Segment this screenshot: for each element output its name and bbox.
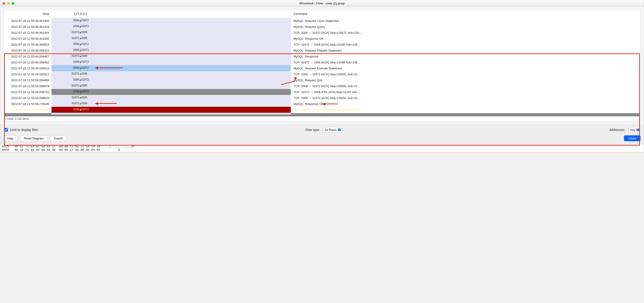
port-right: 3306 xyxy=(81,84,87,87)
flow-row[interactable]: 2022-07-18 11:55:48.441444319723306TCP: … xyxy=(4,30,640,36)
port-left: 3306 xyxy=(73,48,79,52)
flow-row[interactable]: 2022-07-18 11:55:59.058679319723306TCP: … xyxy=(4,83,640,89)
limit-filter-control[interactable]: Limit to display filter xyxy=(4,127,38,132)
row-ports: 330631972 xyxy=(52,77,291,83)
port-left: 31972 xyxy=(72,31,79,34)
port-left: 31972 xyxy=(72,37,79,40)
row-comment: MySQL: Request Prepare Statement xyxy=(291,49,640,52)
limit-filter-checkbox[interactable] xyxy=(4,128,8,132)
port-right: 3306 xyxy=(81,54,87,58)
flow-row[interactable]: 2022-07-18 11:55:59.058701330631972TCP: … xyxy=(4,89,640,95)
port-right: 31972 xyxy=(81,43,89,46)
row-comment: MySQL: Response OK xyxy=(291,102,640,106)
row-comment: MySQL: Request Quit xyxy=(291,79,640,82)
row-comment: TCP: 31972 → 3306 [ACK] Seq=21098 Ack=13… xyxy=(291,61,640,64)
direction-arrow-icon xyxy=(79,67,81,69)
flow-row[interactable]: 2022-07-18 11:55:49.097621319723306TCP: … xyxy=(4,71,640,77)
flow-row[interactable]: 2022-07-18 11:55:59.058669330631972MySQL… xyxy=(4,77,640,83)
port-left: 3306 xyxy=(73,90,79,93)
flow-row[interactable]: 2022-07-18 11:55:48.480616330631972TCP: … xyxy=(4,42,640,48)
column-headers: Time 127.0.0.1 Comment xyxy=(4,10,640,18)
row-ports: 330631972 xyxy=(52,42,291,48)
header-time: Time xyxy=(4,12,52,16)
port-left: 31972 xyxy=(72,72,79,75)
port-left: 31972 xyxy=(72,84,79,87)
port-left: 3306 xyxy=(73,43,79,46)
minimize-window-icon[interactable] xyxy=(7,2,10,5)
row-ports: 330631972 xyxy=(52,107,291,113)
port-right: 31972 xyxy=(81,108,89,111)
limit-filter-label: Limit to display filter xyxy=(10,128,38,132)
flow-diagram-panel: Time 127.0.0.1 Comment 2022-07-18 11:55:… xyxy=(4,10,640,121)
port-left: 3306 xyxy=(73,66,79,69)
row-ports: 319723306 xyxy=(52,101,291,107)
button-row: Help Reset Diagram Export Close xyxy=(0,135,644,144)
direction-arrow-icon xyxy=(79,97,81,99)
row-time: 2022-07-18 11:55:49.058467 xyxy=(4,55,52,58)
port-right: 31972 xyxy=(81,90,89,93)
direction-arrow-icon xyxy=(79,32,81,34)
direction-arrow-icon xyxy=(79,91,81,93)
flow-type-label: Flow type: xyxy=(305,128,320,132)
flow-type-select[interactable]: All Flows xyxy=(323,127,342,133)
flow-row[interactable]: 2022-07-18 11:55:49.058467319723306MySQL… xyxy=(4,53,640,59)
flow-row[interactable]: 2022-07-18 11:55:59.278155330631972TCP: … xyxy=(4,107,640,113)
help-button[interactable]: Help xyxy=(4,135,17,141)
hex-dump[interactable]: 0020 00 01 7c e4 0c ea 03 1c d0 a0 c1 9e… xyxy=(0,144,644,152)
direction-arrow-icon xyxy=(79,56,81,57)
window-controls xyxy=(0,2,14,5)
row-time: 2022-07-18 11:55:49.058482 xyxy=(4,61,52,64)
direction-arrow-icon xyxy=(79,26,81,28)
flow-row[interactable]: 2022-07-18 11:55:48.441550319723306MySQL… xyxy=(4,36,640,42)
port-right: 3306 xyxy=(81,102,87,105)
port-right: 31972 xyxy=(81,60,89,64)
row-comment: MySQL: Response OK xyxy=(291,37,640,40)
row-ports: 319723306 xyxy=(52,30,291,36)
row-comment: MySQL: Request Execute Statement xyxy=(291,67,640,70)
titlebar: Wireshark · Flow · conn (1).pcap xyxy=(0,0,644,7)
port-left: 3306 xyxy=(73,25,79,28)
flow-rows: 2022-07-18 11:55:48.441405330631972MySQL… xyxy=(4,18,640,113)
direction-arrow-icon xyxy=(79,38,81,40)
close-window-icon[interactable] xyxy=(2,2,5,5)
port-right: 3306 xyxy=(81,96,87,99)
export-button[interactable]: Export xyxy=(50,135,66,141)
flow-row[interactable]: 2022-07-18 11:55:48.441405330631972MySQL… xyxy=(4,18,640,24)
row-comment: TCP: 3306 → 31972 [ACK] Seq=139261 Ack=2… xyxy=(291,73,640,76)
reset-button[interactable]: Reset Diagram xyxy=(20,135,48,141)
zoom-window-icon[interactable] xyxy=(12,2,14,5)
port-right: 31972 xyxy=(81,66,89,69)
row-time: 2022-07-18 11:55:59.058679 xyxy=(4,84,52,88)
direction-arrow-icon xyxy=(79,73,81,75)
port-right: 31972 xyxy=(81,78,89,81)
flow-row[interactable]: 2022-07-18 11:55:49.058315330631972MySQL… xyxy=(4,48,640,53)
direction-arrow-icon xyxy=(79,61,81,63)
port-right: 3306 xyxy=(81,31,87,34)
close-button[interactable]: Close xyxy=(624,135,640,141)
addresses-label: Addresses: xyxy=(609,128,625,132)
port-right: 31972 xyxy=(81,19,89,22)
flow-row[interactable]: 2022-07-18 11:55:49.058515330631972MySQL… xyxy=(4,65,640,71)
row-ports: 330631972 xyxy=(52,65,291,71)
row-ports: 319723306 xyxy=(52,83,291,89)
row-time: 2022-07-18 11:55:48.441444 xyxy=(4,31,52,35)
port-right: 31972 xyxy=(81,25,89,28)
direction-arrow-icon xyxy=(79,44,81,45)
row-ports: 330631972 xyxy=(52,18,291,24)
addresses-select[interactable]: Any xyxy=(628,127,640,133)
row-ports: 330631972 xyxy=(52,89,291,95)
row-ports: 330631972 xyxy=(52,48,291,53)
flow-row[interactable]: 2022-07-18 11:55:59.278145319723306MySQL… xyxy=(4,101,640,107)
flow-row[interactable]: 2022-07-18 11:55:49.058482330631972TCP: … xyxy=(4,59,640,65)
flow-row[interactable]: 2022-07-18 11:55:59.098620319723306TCP: … xyxy=(4,95,640,101)
row-comment: MySQL: Request Close Statement xyxy=(291,19,640,23)
direction-arrow-icon xyxy=(79,79,81,81)
row-comment: TCP: 31972 → 3306 [FIN, ACK] Seq=21207 A… xyxy=(291,90,640,94)
flow-row[interactable]: 2022-07-18 11:55:48.441419330631972MySQL… xyxy=(4,24,640,30)
port-left: 3306 xyxy=(73,108,79,111)
row-time: 2022-07-18 11:55:59.058701 xyxy=(4,90,52,94)
row-comment: TCP: 3306 → 31972 [ACK] Seq=139261 Ack=2… xyxy=(291,84,640,88)
controls-row: Limit to display filter Flow type: All F… xyxy=(0,124,644,135)
window: Wireshark · Flow · conn (1).pcap Time 12… xyxy=(0,0,644,152)
port-right: 3306 xyxy=(81,72,87,75)
